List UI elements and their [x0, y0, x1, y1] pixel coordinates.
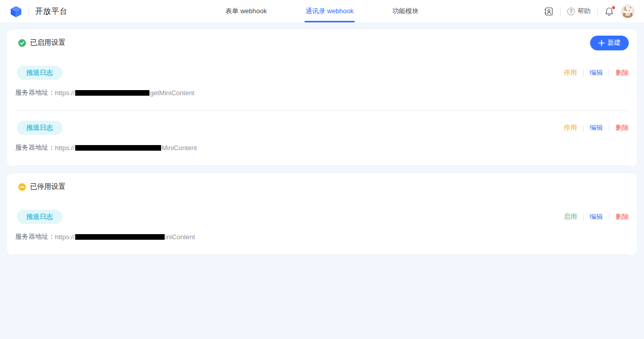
edit-action[interactable]: 编辑 [590, 68, 603, 77]
plus-icon [598, 40, 605, 46]
action-divider [583, 125, 584, 131]
notification-bell-icon[interactable] [604, 7, 614, 16]
disabled-card-header: 已停用设置 [15, 174, 629, 200]
push-log-button[interactable]: 推送日志 [17, 121, 63, 135]
help-button[interactable]: ? 帮助 [567, 7, 591, 16]
server-address-line: 服务器地址： https:// iniContent [15, 232, 629, 241]
server-address-label: 服务器地址： [15, 143, 55, 152]
action-divider [609, 214, 609, 220]
server-url-prefix: https:// [55, 233, 75, 241]
new-button-label: 新建 [607, 38, 621, 47]
tab-form-webhook[interactable]: 表单 webhook [225, 0, 267, 22]
redaction-bar [75, 145, 161, 151]
enabled-settings-card: 已启用设置 新建 推送日志 停用 编辑 删除 [7, 30, 637, 166]
webhook-row: 推送日志 停用 编辑 删除 服务器地址： https:// MiniConten… [15, 111, 629, 166]
disable-action[interactable]: 停用 [564, 68, 577, 77]
main-content: 已启用设置 新建 推送日志 停用 编辑 删除 [0, 22, 644, 262]
delete-action[interactable]: 删除 [616, 212, 629, 221]
enable-action[interactable]: 启用 [564, 212, 577, 221]
contact-book-icon[interactable] [544, 7, 554, 16]
row-actions: 停用 编辑 删除 [564, 123, 629, 132]
server-address-label: 服务器地址： [15, 88, 55, 97]
server-url-prefix: https:// [55, 89, 75, 97]
server-address-label: 服务器地址： [15, 232, 55, 241]
push-log-button[interactable]: 推送日志 [17, 210, 63, 224]
disabled-settings-card: 已停用设置 推送日志 启用 编辑 删除 服务器地址： https:// iniC… [7, 174, 637, 255]
enabled-check-icon [18, 39, 26, 47]
disabled-minus-icon [18, 183, 26, 191]
redaction-bar [75, 234, 165, 240]
new-button[interactable]: 新建 [590, 36, 629, 50]
app-logo-icon[interactable] [9, 5, 22, 18]
nav-divider [597, 7, 598, 16]
action-divider [609, 70, 609, 76]
enabled-card-title: 已启用设置 [30, 38, 66, 47]
nav-right: ? 帮助 [544, 4, 635, 18]
app-title: 开放平台 [35, 7, 68, 16]
server-url-prefix: https:// [55, 144, 75, 152]
enabled-card-header: 已启用设置 新建 [15, 30, 629, 56]
delete-action[interactable]: 删除 [616, 68, 629, 77]
disable-action[interactable]: 停用 [564, 123, 577, 132]
webhook-row: 推送日志 启用 编辑 删除 服务器地址： https:// iniContent [15, 200, 629, 255]
nav-divider [560, 7, 561, 16]
nav-left: 开放平台 [9, 5, 68, 18]
help-label: 帮助 [577, 7, 591, 16]
edit-action[interactable]: 编辑 [590, 212, 603, 221]
server-url-suffix: getMiniContent [150, 89, 194, 97]
nav-divider [28, 7, 29, 16]
disabled-card-title: 已停用设置 [30, 182, 66, 191]
action-divider [609, 125, 609, 131]
server-address-line: 服务器地址： https:// MiniContent [15, 143, 629, 152]
action-divider [583, 214, 584, 220]
tab-feature-modules[interactable]: 功能模块 [392, 0, 419, 22]
tab-contacts-webhook[interactable]: 通讯录 webhook [305, 0, 354, 22]
delete-action[interactable]: 删除 [616, 123, 629, 132]
action-divider [583, 70, 584, 76]
top-navbar: 开放平台 表单 webhook 通讯录 webhook 功能模块 ? 帮助 [0, 0, 644, 22]
server-url-suffix: MiniContent [162, 144, 197, 152]
user-avatar[interactable] [621, 4, 635, 18]
notification-dot [611, 6, 616, 10]
server-address-line: 服务器地址： https:// getMiniContent [15, 88, 629, 97]
push-log-button[interactable]: 推送日志 [17, 66, 63, 80]
row-actions: 停用 编辑 删除 [564, 68, 629, 77]
server-url-suffix: iniContent [165, 233, 195, 241]
row-actions: 启用 编辑 删除 [564, 212, 629, 221]
webhook-row: 推送日志 停用 编辑 删除 服务器地址： https:// getMiniCon… [15, 56, 629, 111]
question-mark-icon: ? [567, 8, 575, 15]
redaction-bar [75, 90, 149, 96]
edit-action[interactable]: 编辑 [590, 123, 603, 132]
